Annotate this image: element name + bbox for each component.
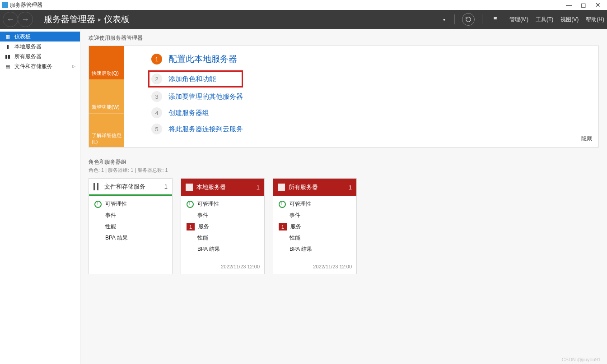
- server-icon: [186, 184, 193, 191]
- row-manageability[interactable]: 可管理性: [279, 200, 351, 208]
- close-button[interactable]: ✕: [591, 0, 605, 10]
- alert-badge: 1: [187, 223, 195, 230]
- dashboard-icon: ▦: [5, 33, 11, 40]
- groups-subtitle: 角色: 1 | 服务器组: 1 | 服务器总数: 1: [89, 167, 599, 174]
- row-label: 服务: [198, 223, 209, 230]
- alert-badge: 1: [279, 223, 287, 230]
- nav-back-button[interactable]: ←: [3, 12, 18, 27]
- row-label: 性能: [105, 223, 116, 230]
- step-number: 2: [151, 74, 162, 84]
- sidebar-item-dashboard[interactable]: ▦ 仪表板: [0, 32, 80, 41]
- card-count: 1: [349, 184, 352, 191]
- step-number: 4: [151, 107, 162, 118]
- row-performance[interactable]: 性能: [187, 234, 259, 242]
- breadcrumb-page: 仪表板: [104, 14, 130, 25]
- storage-icon: [93, 183, 101, 190]
- expand-icon: ▷: [72, 64, 75, 69]
- card-body: 可管理性 事件 性能 BPA 结果: [89, 196, 172, 267]
- step-add-roles-features[interactable]: 2 添加角色和功能: [148, 70, 243, 88]
- welcome-panel: 快速启动(Q) 新增功能(W) 了解详细信息(L) 1 配置此本地服务器 2 添…: [89, 46, 599, 147]
- menu-help[interactable]: 帮助(H): [586, 16, 604, 23]
- minimize-button[interactable]: —: [562, 0, 576, 10]
- row-events[interactable]: 事件: [94, 212, 167, 219]
- row-bpa[interactable]: BPA 结果: [279, 245, 351, 253]
- card-count: 1: [257, 184, 260, 191]
- row-label: 性能: [289, 234, 300, 242]
- card-header: 本地服务器 1: [181, 179, 264, 196]
- row-label: 可管理性: [105, 200, 127, 208]
- sidebar-item-file-storage[interactable]: ▤ 文件和存储服务 ▷: [0, 61, 80, 71]
- tab-whats-new[interactable]: 新增功能(W): [89, 79, 124, 113]
- tab-label: 新增功能(W): [92, 104, 120, 111]
- card-header: 所有服务器 1: [273, 179, 356, 196]
- row-label: BPA 结果: [289, 245, 312, 253]
- row-label: 可管理性: [197, 200, 219, 208]
- quick-start-steps: 1 配置此本地服务器 2 添加角色和功能 3 添加要管理的其他服务器 4 创建服…: [124, 46, 257, 147]
- card-local-server[interactable]: 本地服务器 1 可管理性 事件 1服务 性能 BPA 结果 2022/11/23…: [181, 178, 265, 274]
- window-titlebar: 服务器管理器 — ◻ ✕: [0, 0, 607, 10]
- row-manageability[interactable]: 可管理性: [94, 200, 167, 208]
- main-area: ▦ 仪表板 ▮ 本地服务器 ▮▮ 所有服务器 ▤ 文件和存储服务 ▷ 欢迎使用服…: [0, 29, 607, 364]
- maximize-button[interactable]: ◻: [576, 0, 591, 10]
- refresh-button[interactable]: [462, 13, 475, 26]
- groups-title: 角色和服务器组: [89, 158, 599, 166]
- tab-learn-more[interactable]: 了解详细信息(L): [89, 113, 124, 147]
- menu-tools[interactable]: 工具(T): [536, 16, 553, 23]
- row-label: 事件: [197, 212, 208, 219]
- divider: [454, 14, 455, 24]
- ok-icon: [94, 201, 102, 208]
- row-label: BPA 结果: [197, 245, 220, 253]
- step-add-other-servers[interactable]: 3 添加要管理的其他服务器: [151, 91, 243, 102]
- step-number: 5: [151, 124, 162, 134]
- breadcrumb: 服务器管理器 ▸ 仪表板: [44, 14, 130, 25]
- ok-icon: [279, 201, 286, 208]
- card-timestamp: 2022/11/23 12:00: [181, 261, 264, 274]
- tab-label: 了解详细信息(L): [92, 132, 121, 144]
- sidebar-item-all-servers[interactable]: ▮▮ 所有服务器: [0, 51, 80, 61]
- row-label: 服务: [290, 223, 301, 230]
- row-label: 可管理性: [289, 200, 311, 208]
- card-title: 本地服务器: [196, 183, 226, 191]
- sidebar-item-label: 文件和存储服务: [14, 63, 52, 70]
- servers-icon: ▮▮: [5, 53, 11, 60]
- row-bpa[interactable]: BPA 结果: [94, 234, 167, 242]
- step-label: 添加要管理的其他服务器: [168, 92, 243, 101]
- tab-quick-start[interactable]: 快速启动(Q): [89, 46, 124, 79]
- step-create-server-group[interactable]: 4 创建服务器组: [151, 107, 243, 118]
- row-performance[interactable]: 性能: [94, 223, 167, 230]
- card-count: 1: [164, 183, 168, 190]
- hide-link[interactable]: 隐藏: [581, 135, 592, 143]
- dropdown-indicator-icon[interactable]: ▾: [443, 17, 445, 22]
- sidebar-item-local-server[interactable]: ▮ 本地服务器: [0, 41, 80, 51]
- content-area: 欢迎使用服务器管理器 快速启动(Q) 新增功能(W) 了解详细信息(L) 1 配…: [80, 29, 607, 364]
- row-events[interactable]: 事件: [279, 212, 351, 219]
- card-header: 文件和存储服务 1: [89, 179, 172, 196]
- row-services[interactable]: 1服务: [279, 223, 351, 230]
- ok-icon: [187, 201, 194, 208]
- row-label: BPA 结果: [105, 234, 128, 242]
- row-performance[interactable]: 性能: [279, 234, 351, 242]
- step-configure-local-server[interactable]: 1 配置此本地服务器: [151, 53, 243, 65]
- sidebar: ▦ 仪表板 ▮ 本地服务器 ▮▮ 所有服务器 ▤ 文件和存储服务 ▷: [0, 29, 80, 364]
- flag-icon[interactable]: [490, 13, 502, 26]
- tab-label: 快速启动(Q): [92, 70, 119, 77]
- card-all-servers[interactable]: 所有服务器 1 可管理性 事件 1服务 性能 BPA 结果 2022/11/23…: [273, 178, 357, 274]
- step-connect-cloud[interactable]: 5 将此服务器连接到云服务: [151, 124, 243, 134]
- header-bar: ← → 服务器管理器 ▸ 仪表板 ▾ 管理(M) 工具(T) 视图(V) 帮助(…: [0, 10, 607, 29]
- row-bpa[interactable]: BPA 结果: [187, 245, 259, 253]
- sidebar-item-label: 本地服务器: [14, 43, 42, 51]
- menu-view[interactable]: 视图(V): [560, 16, 579, 23]
- row-events[interactable]: 事件: [187, 212, 259, 219]
- row-label: 事件: [105, 212, 116, 219]
- row-label: 性能: [197, 234, 208, 242]
- card-file-storage[interactable]: 文件和存储服务 1 可管理性 事件 性能 BPA 结果: [89, 178, 173, 274]
- menu-manage[interactable]: 管理(M): [509, 16, 528, 23]
- card-timestamp: 2022/11/23 12:00: [273, 261, 356, 274]
- nav-forward-button[interactable]: →: [18, 12, 33, 27]
- step-label: 配置此本地服务器: [168, 53, 237, 65]
- row-manageability[interactable]: 可管理性: [187, 200, 259, 208]
- servers-icon: [278, 184, 285, 191]
- step-number: 1: [151, 54, 162, 65]
- card-title: 所有服务器: [289, 183, 318, 191]
- row-services[interactable]: 1服务: [187, 223, 259, 230]
